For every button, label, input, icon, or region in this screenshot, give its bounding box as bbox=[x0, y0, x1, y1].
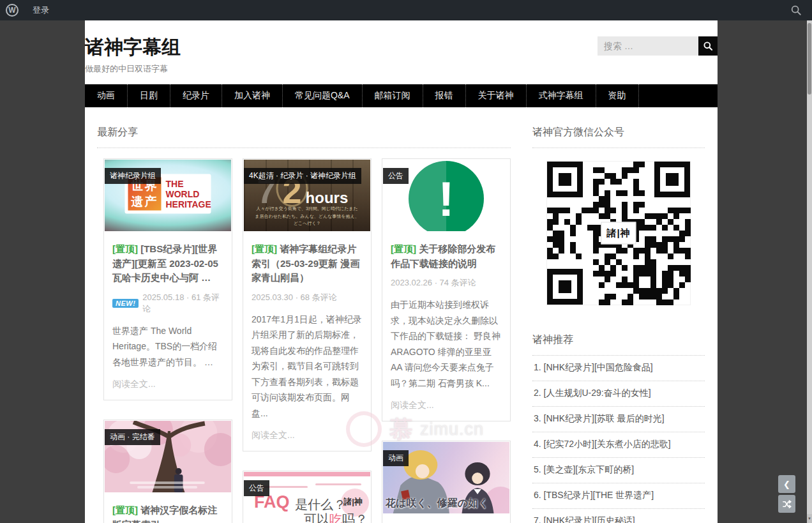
search-button[interactable] bbox=[698, 36, 718, 56]
nav-item-donate[interactable]: 资助 bbox=[596, 84, 639, 107]
exclamation-icon: ! bbox=[409, 161, 484, 231]
nav-item-anime[interactable]: 动画 bbox=[85, 84, 128, 107]
nav-item-subscribe[interactable]: 邮箱订阅 bbox=[363, 84, 423, 107]
kamigami-logo-text: 諸|神 bbox=[343, 496, 363, 508]
post-body: [置顶] 关于移除部分发布作品下载链接的说明 2023.02.26 · 74 条… bbox=[382, 232, 510, 421]
nav-item-join[interactable]: 加入诸神 bbox=[222, 84, 283, 107]
post-excerpt: 2017年1月1日起，诸神纪录片组采用了新的后期标准，现将自此发布的作品整理作为… bbox=[252, 312, 363, 421]
post-title[interactable]: [置顶] 诸神字幕组纪录片索引（25-03-29更新 漫画家青山刚昌） bbox=[252, 242, 363, 285]
category-badge[interactable]: 公告 bbox=[244, 480, 269, 496]
post-meta: 2023.02.26 · 74 条评论 bbox=[391, 277, 502, 289]
list-item[interactable]: 1. [NHK纪录片][中国危险食品] bbox=[532, 356, 705, 381]
site-header: 诸神字幕组 做最好的中日双语字幕 bbox=[85, 20, 718, 84]
qr-finder-icon bbox=[654, 162, 690, 197]
nav-item-jdrama[interactable]: 日剧 bbox=[128, 84, 170, 107]
post-excerpt: 由于近期本站接到维权诉求，现本站决定永久删除以下作品的下载链接： 野良神 ARA… bbox=[391, 297, 502, 391]
sidebar: 诸神官方微信公众号 諸|神 诸神推荐 1. [NHK纪录片][中国危险食品] 2… bbox=[532, 126, 705, 523]
post-thumbnail[interactable]: ! 公告 bbox=[383, 160, 509, 231]
content-area: 最新分享 世界遗产 THE WORLD HERITAGE 诸神纪录片组 bbox=[85, 107, 718, 523]
category-badge[interactable]: 诸神纪录片组 bbox=[105, 168, 161, 184]
back-button[interactable]: ❮ bbox=[778, 475, 795, 493]
post-title[interactable]: [置顶] [TBS纪录片][世界遗产][更新至 2023-02-05 瓦哈卡历史… bbox=[112, 242, 223, 285]
post-thumbnail[interactable]: 7 2 hours 人々が行き交う街角で、3日間。同じ時代にたまたま居合わせた私… bbox=[244, 160, 370, 231]
post-card: 动画 · 完结番 [置顶] 诸神汉字假名标注版字幕索引 2022.11.25 ·… bbox=[103, 420, 232, 523]
qr-finder-icon bbox=[547, 162, 583, 197]
anime-jp-title: 花は咲く、修羅の如く bbox=[386, 497, 508, 510]
nav-item-report[interactable]: 报错 bbox=[423, 84, 466, 107]
category-badge[interactable]: 公告 bbox=[383, 168, 409, 184]
category-badge[interactable]: 动画 · 完结番 bbox=[105, 429, 160, 445]
post-card: FAQ 是什么？ 可以吃吗？ 諸|神 公告 [置顶] 常见 bbox=[243, 471, 372, 523]
post-grid: 世界遗产 THE WORLD HERITAGE 诸神纪录片组 [置顶] [TBS… bbox=[103, 158, 511, 523]
hours-label: hours bbox=[306, 189, 349, 207]
login-link[interactable]: 登录 bbox=[25, 0, 57, 20]
qr-center-logo: 諸|神 bbox=[601, 222, 636, 245]
poster-caption: 人々が行き交う街角で、3日間。同じ時代にたまたま居合わせた私たち。みんな、どんな… bbox=[254, 205, 360, 227]
post-card: 世界遗产 THE WORLD HERITAGE 诸神纪录片组 [置顶] [TBS… bbox=[103, 158, 232, 400]
exclamation-glyph: ! bbox=[438, 171, 454, 227]
adminbar-search-icon[interactable] bbox=[790, 4, 802, 16]
wechat-widget-title: 诸神官方微信公众号 bbox=[532, 126, 705, 148]
category-badge[interactable]: 动画 bbox=[383, 450, 409, 466]
poster-en-text: THE WORLD HERITAGE bbox=[166, 178, 208, 211]
wp-admin-bar: W 登录 bbox=[0, 0, 812, 20]
main-column: 最新分享 世界遗产 THE WORLD HERITAGE 诸神纪录片组 bbox=[97, 126, 511, 523]
post-thumbnail[interactable]: FAQ 是什么？ 可以吃吗？ 諸|神 公告 bbox=[244, 472, 370, 523]
scrollbar-down-arrow[interactable]: ▼ bbox=[807, 514, 812, 523]
wechat-widget: 诸神官方微信公众号 諸|神 bbox=[532, 126, 705, 305]
list-item[interactable]: 3. [NHK纪录片][苏联 最后的时光] bbox=[532, 407, 705, 432]
search-icon bbox=[703, 41, 713, 51]
list-item[interactable]: 5. [美之壶][东京下町的桥] bbox=[532, 458, 705, 483]
sticky-label: [置顶] bbox=[391, 243, 416, 254]
post-thumbnail[interactable]: 花は咲く、修羅の如く 动画 bbox=[383, 442, 509, 513]
scrollbar-thumb[interactable] bbox=[808, 23, 811, 95]
browser-scrollbar[interactable]: ▼ bbox=[807, 20, 812, 523]
post-card: 花は咲く、修羅の如く 动画 [群花绽放、彷如修罗][更新至09话][1080P]… bbox=[382, 441, 511, 523]
section-title-latest: 最新分享 bbox=[97, 126, 511, 148]
main-navigation: 动画 日剧 纪录片 加入诸神 常见问题Q&A 邮箱订阅 报错 关于诸神 式神字幕… bbox=[85, 84, 718, 107]
post-card: 7 2 hours 人々が行き交う街角で、3日間。同じ時代にたまたま居合わせた私… bbox=[243, 158, 372, 451]
qr-finder-icon bbox=[547, 269, 583, 305]
post-grid-column: ! 公告 [置顶] 关于移除部分发布作品下载链接的说明 2023.02.26 ·… bbox=[382, 158, 511, 523]
post-date-comments: 2025.05.18 · 61 条评论 bbox=[142, 292, 223, 315]
post-body: [置顶] 诸神汉字假名标注版字幕索引 2022.11.25 · 29 条评论 bbox=[104, 493, 232, 523]
nav-item-documentary[interactable]: 纪录片 bbox=[170, 84, 222, 107]
post-meta: 2025.03.30 · 68 条评论 bbox=[252, 292, 363, 303]
list-item[interactable]: 6. [TBS纪录片][THE 世界遗产] bbox=[532, 483, 705, 509]
read-more-link[interactable]: 阅读全文... bbox=[112, 379, 223, 390]
nav-item-faq[interactable]: 常见问题Q&A bbox=[283, 84, 363, 107]
read-more-link[interactable]: 阅读全文... bbox=[391, 400, 502, 411]
faq-question-2: 可以吃吗？ bbox=[304, 511, 368, 523]
nav-spacer bbox=[639, 84, 718, 107]
nav-item-about[interactable]: 关于诸神 bbox=[466, 84, 527, 107]
sticky-label: [置顶] bbox=[252, 243, 277, 254]
wordpress-logo-letter: W bbox=[8, 6, 15, 15]
new-badge: NEW! bbox=[112, 299, 139, 308]
list-item[interactable]: 7. [NHK纪录片][历史秘话] bbox=[532, 509, 705, 523]
post-grid-column: 7 2 hours 人々が行き交う街角で、3日間。同じ時代にたまたま居合わせた私… bbox=[243, 158, 372, 523]
post-body: [群花绽放、彷如修罗][更新至09话][1080P][MP4/MKV][WEBR… bbox=[382, 514, 510, 523]
recommend-widget-title: 诸神推荐 bbox=[532, 333, 705, 356]
post-title[interactable]: [置顶] 诸神汉字假名标注版字幕索引 bbox=[112, 503, 223, 523]
random-post-button[interactable] bbox=[778, 495, 795, 513]
category-badge[interactable]: 4K超清 · 纪录片 · 诸神纪录片组 bbox=[244, 168, 361, 184]
decor-line bbox=[315, 483, 361, 485]
post-thumbnail[interactable]: 世界遗产 THE WORLD HERITAGE 诸神纪录片组 bbox=[105, 160, 231, 231]
page-container: 诸神字幕组 做最好的中日双语字幕 动画 日剧 纪录片 加入诸神 常见问题Q&A … bbox=[85, 20, 718, 523]
site-tagline: 做最好的中日双语字幕 bbox=[85, 63, 718, 75]
post-meta: NEW! 2025.05.18 · 61 条评论 bbox=[112, 292, 223, 315]
post-body: [置顶] 诸神字幕组纪录片索引（25-03-29更新 漫画家青山刚昌） 2025… bbox=[243, 232, 371, 451]
nav-item-shikigami[interactable]: 式神字幕组 bbox=[527, 84, 596, 107]
post-title[interactable]: [置顶] 关于移除部分发布作品下载链接的说明 bbox=[391, 242, 502, 271]
wordpress-logo-icon[interactable]: W bbox=[6, 4, 19, 17]
list-item[interactable]: 4. [纪实72小时][关东煮小店的悲歌] bbox=[532, 432, 705, 458]
search-input[interactable] bbox=[598, 36, 698, 56]
read-more-link[interactable]: 阅读全文... bbox=[252, 430, 363, 441]
sticky-label: [置顶] bbox=[112, 504, 138, 515]
post-date-comments: 2023.02.26 · 74 条评论 bbox=[391, 277, 476, 289]
header-search-form bbox=[598, 36, 718, 56]
sticky-label: [置顶] bbox=[112, 243, 138, 254]
post-thumbnail[interactable]: 动画 · 完结番 bbox=[105, 421, 231, 492]
list-item[interactable]: 2. [人生规划U-29:奋斗的女性] bbox=[532, 381, 705, 407]
post-body: [置顶] [TBS纪录片][世界遗产][更新至 2023-02-05 瓦哈卡历史… bbox=[104, 232, 232, 400]
